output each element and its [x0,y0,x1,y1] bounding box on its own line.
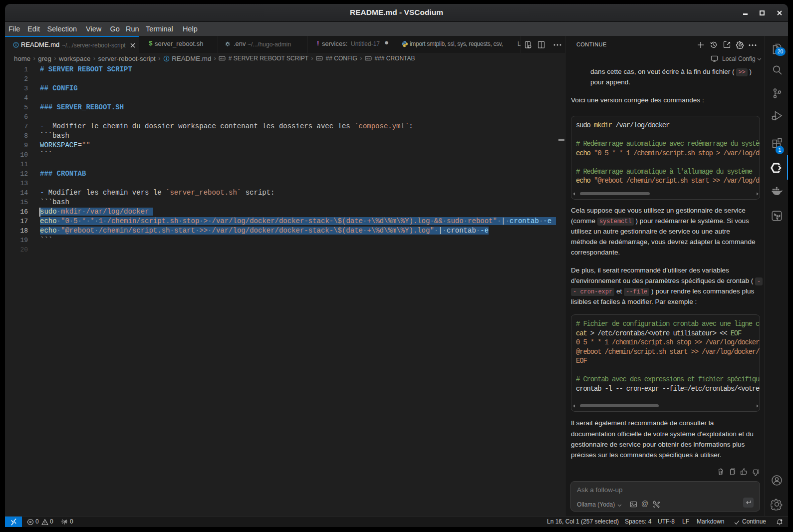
svg-text:abc: abc [220,57,225,60]
svg-text:abc: abc [317,57,322,60]
svg-text:abc: abc [366,57,371,60]
